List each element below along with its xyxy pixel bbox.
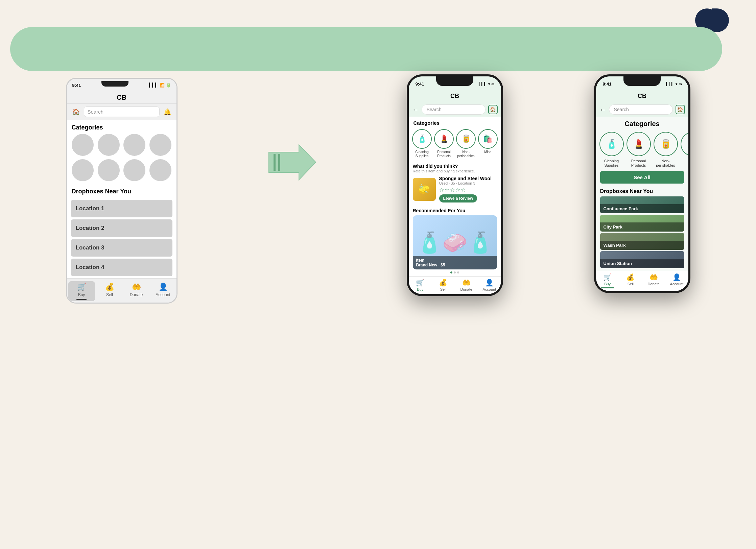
mid-cat-nonperishable-label: Non-perishables (456, 150, 476, 158)
wf-status-bar: 9:41 ▎▎▎ 📶 🔋 (67, 79, 176, 92)
right-dropbox-3-label: Wash Park (600, 241, 684, 250)
mid-bottom-bar: 🛒 Buy 💰 Sell 🤲 Donate 👤 Account (409, 276, 501, 294)
right-tab-account[interactable]: 👤 Account (665, 273, 688, 288)
right-donate-icon: 🤲 (649, 273, 658, 281)
dot-3 (457, 271, 459, 273)
mid-review-item: 🧽 Sponge and Steel Wool Used · $5 · Loca… (413, 176, 497, 202)
mid-review-item-name: Sponge and Steel Wool (439, 176, 497, 181)
right-status-icons: ▎▎▎ ▾ ▭ (666, 82, 682, 86)
mid-time: 9:41 (416, 81, 424, 87)
right-home-button[interactable]: 🏠 (676, 105, 685, 114)
see-all-button[interactable]: See All (600, 171, 684, 184)
right-battery-icon: ▭ (679, 82, 682, 86)
mid-tab-sell[interactable]: 💰 Sell (432, 279, 455, 291)
right-dropbox-4[interactable]: Union Station (600, 251, 684, 268)
right-phone: 9:41 ▎▎▎ ▾ ▭ CB ← Search 🏠 Categories (594, 74, 690, 293)
wf-home-icon[interactable]: 🏠 (71, 107, 81, 117)
right-cat-nonperishable-icon: 🥫 (654, 132, 678, 156)
wf-location-2[interactable]: Location 2 (71, 219, 172, 237)
wf-category-circle-1[interactable] (72, 134, 94, 156)
mid-status-icons: ▎▎▎ ▾ ▭ (479, 82, 494, 86)
right-donate-label: Donate (647, 282, 659, 286)
mid-cat-nonperishable[interactable]: 🥫 Non-perishables (456, 129, 476, 158)
star-2[interactable]: ☆ (445, 187, 449, 193)
mid-tab-donate[interactable]: 🤲 Donate (455, 279, 478, 291)
wf-tab-buy[interactable]: 🛒 Buy (68, 281, 95, 301)
right-categories-title: Categories (596, 117, 688, 129)
wf-tab-donate[interactable]: 🤲 Donate (123, 281, 150, 301)
wf-tab-sell[interactable]: 💰 Sell (96, 281, 123, 301)
wf-search-input[interactable]: Search (84, 106, 160, 117)
wf-category-circle-6[interactable] (98, 159, 120, 181)
wf-location-1[interactable]: Location 1 (71, 200, 172, 217)
wf-buy-label: Buy (78, 292, 85, 297)
right-cat-cleaning-label: Cleaning Supplies (599, 159, 624, 168)
right-search-input[interactable]: Search (609, 104, 673, 115)
mid-battery-icon: ▭ (491, 82, 494, 86)
right-back-button[interactable]: ← (599, 106, 606, 114)
right-cat-cleaning[interactable]: 🧴 Cleaning Supplies (599, 132, 624, 168)
wireframe-phone: 9:41 ▎▎▎ 📶 🔋 CB 🏠 Search 🔔 Categories (66, 78, 178, 304)
star-1[interactable]: ☆ (439, 187, 444, 193)
right-tab-buy[interactable]: 🛒 Buy (596, 273, 619, 288)
right-cat-misc[interactable]: 🛍️ Misc (681, 132, 688, 168)
wf-categories-title: Categories (67, 120, 176, 134)
wf-title: CB (67, 92, 176, 104)
right-title: CB (596, 91, 688, 102)
right-phone-inner: 9:41 ▎▎▎ ▾ ▭ CB ← Search 🏠 Categories (596, 76, 688, 291)
middle-phone: 9:41 ▎▎▎ ▾ ▭ CB ← Search 🏠 Categories (407, 74, 503, 296)
mid-search-input[interactable]: Search (422, 104, 486, 115)
wf-tab-account[interactable]: 👤 Account (150, 281, 176, 301)
mid-recommended-image[interactable]: 🧴🧼🧴 ItemBrand New · $5 (413, 215, 497, 269)
right-dropboxes-section: Dropboxes Near You Confluence Park City … (596, 186, 688, 271)
leave-review-button[interactable]: Leave a Review (439, 194, 477, 202)
mid-cat-personal[interactable]: 💄 Personal Products (434, 129, 454, 158)
right-search-bar: ← Search 🏠 (596, 102, 688, 117)
wf-category-circle-7[interactable] (123, 159, 145, 181)
right-dropbox-2[interactable]: City Park (600, 215, 684, 232)
right-wifi-icon: ▾ (676, 82, 677, 86)
right-categories-row: 🧴 Cleaning Supplies 💄 Personal Products … (596, 129, 688, 169)
mid-signal-icon: ▎▎▎ (479, 82, 487, 86)
right-arrow-icon (268, 142, 316, 183)
right-cat-personal[interactable]: 💄 Personal Products (627, 132, 651, 168)
mid-review-title: What did you think? (413, 164, 497, 169)
star-4[interactable]: ☆ (455, 187, 460, 193)
mid-wifi-icon: ▾ (488, 82, 490, 86)
mid-review-section: What did you think? Rate this item and b… (409, 161, 501, 205)
wf-category-circle-2[interactable] (98, 134, 120, 156)
right-account-label: Account (670, 282, 684, 286)
right-dropbox-3[interactable]: Wash Park (600, 233, 684, 250)
mid-home-button[interactable]: 🏠 (488, 105, 498, 114)
wf-bottom-bar: 🛒 Buy 💰 Sell 🤲 Donate 👤 Account (67, 278, 176, 303)
mid-cat-cleaning[interactable]: 🧴 Cleaning Supplies (412, 129, 432, 158)
mid-cat-misc[interactable]: 🛍️ Misc (478, 129, 498, 158)
mid-tab-account[interactable]: 👤 Account (478, 279, 501, 291)
star-3[interactable]: ☆ (450, 187, 455, 193)
dot-1 (450, 271, 452, 273)
wf-bell-icon[interactable]: 🔔 (162, 107, 172, 117)
wf-location-3[interactable]: Location 3 (71, 239, 172, 257)
wf-location-4[interactable]: Location 4 (71, 259, 172, 276)
wifi-icon: 📶 (160, 83, 165, 88)
mid-account-icon: 👤 (485, 279, 494, 287)
wf-category-circle-5[interactable] (72, 159, 94, 181)
right-tab-donate[interactable]: 🤲 Donate (642, 273, 665, 288)
right-sell-icon: 💰 (626, 273, 635, 281)
star-5[interactable]: ☆ (461, 187, 466, 193)
right-dropbox-1[interactable]: Confluence Park (600, 196, 684, 213)
right-cat-nonperishable[interactable]: 🥫 Non-perishables (654, 132, 678, 168)
wf-category-circle-3[interactable] (123, 134, 145, 156)
mid-review-item-meta: Used · $5 · Location 3 (439, 181, 497, 185)
wf-tab-underline (76, 299, 87, 300)
right-bottom-bar: 🛒 Buy 💰 Sell 🤲 Donate 👤 Account (596, 271, 688, 291)
wf-category-circle-4[interactable] (149, 134, 171, 156)
mid-back-button[interactable]: ← (412, 106, 419, 114)
mid-tab-buy[interactable]: 🛒 Buy (409, 279, 432, 291)
right-sell-label: Sell (628, 282, 634, 286)
right-tab-sell[interactable]: 💰 Sell (619, 273, 642, 288)
wf-category-circle-8[interactable] (149, 159, 171, 181)
mid-cat-cleaning-icon: 🧴 (412, 129, 432, 149)
mid-stars-row: ☆ ☆ ☆ ☆ ☆ (439, 187, 497, 193)
middle-phone-inner: 9:41 ▎▎▎ ▾ ▭ CB ← Search 🏠 Categories (409, 76, 501, 294)
